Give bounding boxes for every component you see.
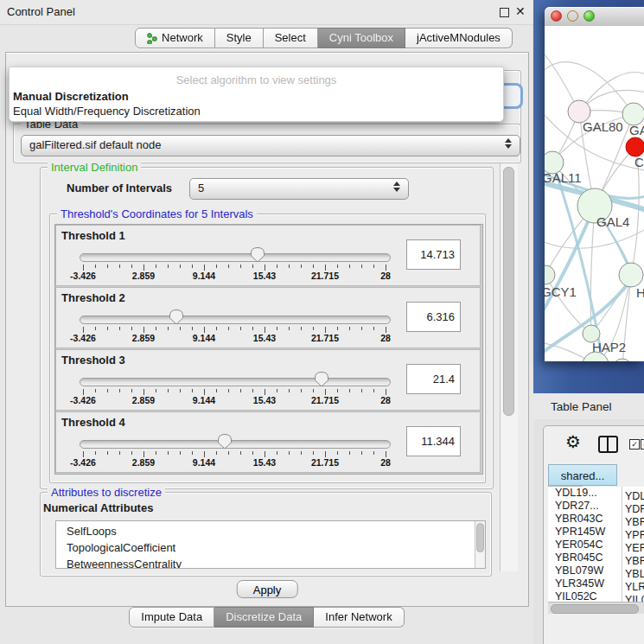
network-node-gcy1[interactable] <box>545 265 555 284</box>
network-node-h[interactable] <box>619 263 643 287</box>
slider-thumb[interactable] <box>314 371 329 387</box>
tab-select[interactable]: Select <box>264 28 318 48</box>
slider-tick-labels: -3.4262.8599.14415.4321.71528 <box>83 271 386 281</box>
number-of-intervals-label: Number of Intervals <box>67 182 172 194</box>
threshold-value-field[interactable]: 6.316 <box>406 302 461 332</box>
table-horizontal-scrollbar[interactable] <box>548 602 644 614</box>
network-node-label: GCY1 <box>545 284 577 299</box>
thresholds-group: Threshold's Coordinates for 5 Intervals … <box>49 214 486 483</box>
slider-tick-labels: -3.4262.8599.14415.4321.71528 <box>83 333 386 343</box>
tab-jactivemnodules[interactable]: jActiveMNodules <box>405 28 513 48</box>
zoom-traffic-light-icon[interactable] <box>583 10 595 22</box>
slider-track[interactable] <box>80 378 391 386</box>
column-layout-icon[interactable] <box>598 436 618 453</box>
threshold-value-field[interactable]: 21.4 <box>406 364 461 394</box>
close-icon[interactable]: ✕ <box>515 4 526 18</box>
tab-discretize-data[interactable]: Discretize Data <box>214 607 314 628</box>
network-node[interactable] <box>613 359 632 361</box>
table-panel-body: ⚙ ✓ ✓ shared...n YDL19...YDL1YDR27...YDR… <box>533 419 644 644</box>
tab-label: Impute Data <box>141 608 202 627</box>
network-canvas[interactable]: GAL80GACGAL11GAL4GCY1HHAP2 <box>545 26 644 361</box>
combobox-stepper-icon <box>393 182 401 192</box>
threshold-row-threshold-1: Threshold 1-3.4262.8599.14415.4321.71528… <box>55 225 481 286</box>
network-view-window: GAL80GACGAL11GAL4GCY1HHAP2 <box>545 7 644 361</box>
numerical-attributes-label: Numerical Attributes <box>43 501 153 514</box>
top-tab-bar: NetworkStyleSelectCyni ToolboxjActiveMNo… <box>0 28 533 48</box>
threshold-value-field[interactable]: 14.713 <box>406 239 461 270</box>
threshold-row-threshold-4: Threshold 4-3.4262.8599.14415.4321.71528… <box>55 411 481 473</box>
slider-thumb[interactable] <box>217 433 233 450</box>
threshold-label: Threshold 1 <box>61 229 125 242</box>
tab-label: Network <box>162 29 203 48</box>
tab-style[interactable]: Style <box>215 28 264 48</box>
threshold-row-threshold-3: Threshold 3-3.4262.8599.14415.4321.71528… <box>55 349 481 411</box>
node-table: shared...n YDL19...YDL1YDR27...YDR2YBR04… <box>548 464 644 507</box>
attribute-item-selfloops[interactable]: SelfLoops <box>56 523 485 539</box>
table-row[interactable]: YLR345WYLR3 <box>548 577 644 590</box>
number-of-intervals-combobox[interactable]: 5 <box>189 178 409 200</box>
number-of-intervals-value: 5 <box>198 179 204 198</box>
combobox-stepper-icon <box>505 138 513 149</box>
close-traffic-light-icon[interactable] <box>551 10 562 22</box>
slider-track[interactable] <box>80 253 391 262</box>
cell-shared-name: YLR345W <box>548 577 617 590</box>
slider-thumb[interactable] <box>250 246 265 263</box>
panel-scrollbar[interactable] <box>500 163 518 571</box>
threshold-row-threshold-2: Threshold 2-3.4262.8599.14415.4321.71528… <box>55 287 481 348</box>
app-root: Control Panel ✕ NetworkStyleSelectCyni T… <box>0 0 644 644</box>
network-node-label: GAL11 <box>545 170 582 185</box>
apply-button[interactable]: Apply <box>237 580 298 598</box>
checkbox-icon[interactable]: ✓ <box>641 439 644 450</box>
float-window-icon[interactable] <box>500 8 509 17</box>
cell-shared-name: YDR27... <box>548 500 617 513</box>
network-edge[interactable] <box>545 226 644 248</box>
minimize-traffic-light-icon[interactable] <box>567 10 578 22</box>
cell-shared-name: YIL052C <box>548 590 617 602</box>
slider-track[interactable] <box>80 440 391 449</box>
cell-shared-name: YER054C <box>548 539 617 552</box>
table-row[interactable]: YIL052CYIL0 <box>548 590 644 602</box>
network-node-label: GAL80 <box>583 119 623 134</box>
tab-infer-network[interactable]: Infer Network <box>314 607 404 628</box>
threshold-value-field[interactable]: 11.344 <box>406 426 461 456</box>
tab-network[interactable]: Network <box>135 28 215 48</box>
table-row[interactable]: YPR145WYPR1 <box>548 526 644 539</box>
network-node-label: C <box>634 155 644 169</box>
cell-shared-name: YBL079W <box>548 564 617 577</box>
checkbox-icon[interactable]: ✓ <box>629 439 640 450</box>
table-row[interactable]: YBR045CYBR0 <box>548 552 644 564</box>
table-row[interactable]: YER054CYER0 <box>548 539 644 552</box>
settings-gear-icon[interactable]: ⚙ <box>565 431 581 452</box>
algorithm-option-equal-width-frequency-discretization[interactable]: Equal Width/Frequency Discretization <box>13 105 201 118</box>
tab-label: Select <box>275 29 306 48</box>
algorithm-popup-hint: Select algorithm to view settings <box>10 73 503 86</box>
table-data-combobox-value: galFiltered.sif default node <box>29 136 161 155</box>
column-header-shared[interactable]: shared... <box>548 464 617 486</box>
table-panel-title: Table Panel <box>551 400 612 413</box>
algorithm-option-manual-discretization[interactable]: Manual Discretization <box>13 90 129 103</box>
table-row[interactable]: YBL079WYBL0 <box>548 564 644 577</box>
table-row[interactable]: YDR27...YDR2 <box>548 500 644 513</box>
table-row[interactable]: YDL19...YDL1 <box>548 487 644 500</box>
network-node-c[interactable] <box>626 137 644 156</box>
attribute-item-topologicalcoefficient[interactable]: TopologicalCoefficient <box>56 539 485 556</box>
tab-label: Style <box>226 29 252 48</box>
column-separator <box>622 487 622 602</box>
network-node-label: H <box>636 285 644 300</box>
table-rows: YDL19...YDL1YDR27...YDR2YBR043CYBR0YPR14… <box>548 487 644 602</box>
slider-thumb[interactable] <box>169 309 184 325</box>
tab-impute-data[interactable]: Impute Data <box>129 607 214 628</box>
algorithm-dropdown-popup: Select algorithm to view settings Manual… <box>9 67 504 122</box>
control-panel-title: Control Panel <box>7 5 75 18</box>
table-data-combobox[interactable]: galFiltered.sif default node <box>21 135 520 156</box>
tab-label: Infer Network <box>325 608 392 627</box>
attribute-item-betweennesscentrality[interactable]: BetweennessCentrality <box>56 556 485 569</box>
interval-definition-group: Interval Definition Number of Intervals … <box>40 167 494 489</box>
attributes-list-scrollbar[interactable] <box>475 521 485 568</box>
table-row[interactable]: YBR043CYBR0 <box>548 513 644 526</box>
slider-track[interactable] <box>80 316 391 324</box>
tab-cyni-toolbox[interactable]: Cyni Toolbox <box>318 28 405 48</box>
cell-shared-name: YBR045C <box>548 552 617 564</box>
numerical-attributes-list[interactable]: SelfLoopsTopologicalCoefficientBetweenne… <box>55 520 486 569</box>
threshold-stack: Threshold 1-3.4262.8599.14415.4321.71528… <box>54 224 483 475</box>
